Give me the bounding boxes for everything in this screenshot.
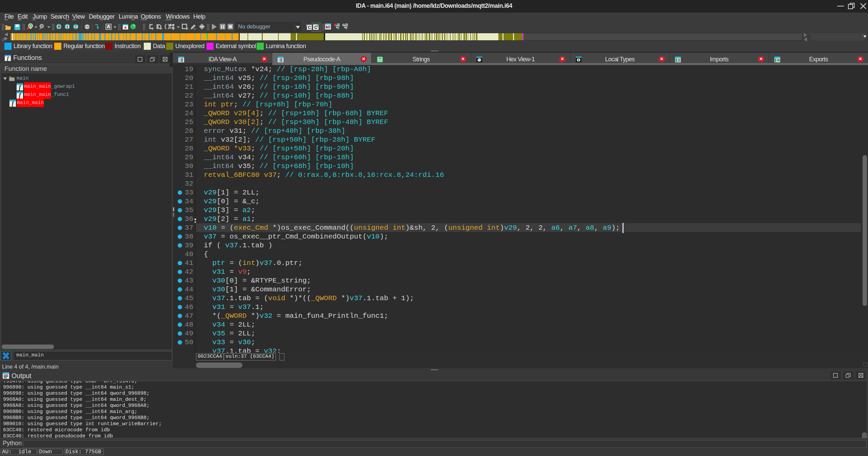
svg-text:C: C — [308, 25, 311, 30]
svg-text:T: T — [66, 25, 69, 29]
